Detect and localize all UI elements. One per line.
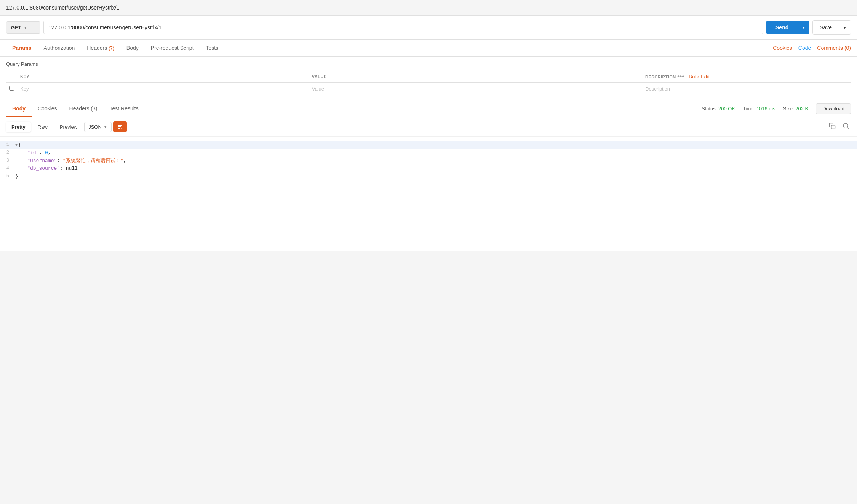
code-line-4: 4 "db_source": null <box>0 165 857 173</box>
status-value: 200 OK <box>718 106 735 112</box>
url-input[interactable] <box>43 21 763 34</box>
dots-menu-icon[interactable]: ••• <box>677 73 684 80</box>
line-content-5: } <box>15 173 857 181</box>
query-params-title: Query Params <box>6 61 851 67</box>
request-tabs-right: Cookies Code Comments (0) <box>773 45 851 51</box>
tab-prerequest[interactable]: Pre-request Script <box>145 40 200 56</box>
status-label: Status: 200 OK <box>702 106 735 112</box>
size-label: Size: 202 B <box>783 106 809 112</box>
description-cell[interactable]: Description <box>642 83 851 95</box>
value-cell[interactable]: Value <box>309 83 642 95</box>
th-checkbox <box>6 71 17 83</box>
line-content-1: ▼{ <box>15 141 857 149</box>
save-dropdown-button[interactable]: ▼ <box>839 21 851 34</box>
send-button[interactable]: Send <box>766 21 798 34</box>
line-content-3: "username": "系统繁忙，请稍后再试！", <box>15 157 857 165</box>
time-value: 1016 ms <box>756 106 775 112</box>
format-bar-left: Pretty Raw Preview JSON ▼ <box>6 121 127 132</box>
line-content-2: "id": 0, <box>15 149 857 157</box>
send-button-group: Send ▼ <box>766 21 809 34</box>
line-num-3: 3 <box>0 157 15 165</box>
format-bar-right <box>827 121 851 132</box>
request-tabs-left: Params Authorization Headers (7) Body Pr… <box>6 40 224 56</box>
search-button[interactable] <box>841 121 851 132</box>
wrap-icon <box>117 124 123 130</box>
code-line-3: 3 "username": "系统繁忙，请稍后再试！", <box>0 157 857 165</box>
request-tabs-bar: Params Authorization Headers (7) Body Pr… <box>0 40 857 57</box>
line-num-4: 4 <box>0 165 15 173</box>
response-meta: Status: 200 OK Time: 1016 ms Size: 202 B… <box>702 103 851 114</box>
method-chevron-icon: ▼ <box>24 26 27 30</box>
params-placeholder-row: Key Value Description <box>6 83 851 95</box>
pretty-button[interactable]: Pretty <box>6 122 31 132</box>
th-description: DESCRIPTION ••• Bulk Edit <box>642 71 851 83</box>
method-label: GET <box>11 25 21 30</box>
save-button-group: Save ▼ <box>812 20 851 35</box>
th-key: KEY <box>17 71 309 83</box>
line-num-2: 2 <box>0 149 15 157</box>
format-label: JSON <box>88 124 102 130</box>
search-icon <box>843 123 849 129</box>
size-value: 202 B <box>795 106 808 112</box>
response-tab-headers[interactable]: Headers (3) <box>63 100 104 117</box>
row-checkbox[interactable] <box>9 86 14 91</box>
svg-point-1 <box>843 123 848 128</box>
send-dropdown-button[interactable]: ▼ <box>798 21 809 34</box>
title-bar: 127.0.0.1:8080/consumer/user/getUserHyst… <box>0 0 857 16</box>
response-tabs-left: Body Cookies Headers (3) Test Results <box>6 100 145 117</box>
time-label: Time: 1016 ms <box>743 106 775 112</box>
row-checkbox-cell <box>6 83 17 95</box>
copy-icon <box>829 123 836 129</box>
tab-headers[interactable]: Headers (7) <box>81 40 120 56</box>
comments-link[interactable]: Comments (0) <box>817 45 851 51</box>
response-tab-body[interactable]: Body <box>6 100 32 117</box>
tab-authorization[interactable]: Authorization <box>38 40 81 56</box>
code-line-1: 1 ▼{ <box>0 141 857 149</box>
svg-line-2 <box>847 127 848 128</box>
response-tab-cookies[interactable]: Cookies <box>32 100 63 117</box>
line-content-4: "db_source": null <box>15 165 857 173</box>
response-tabs-bar: Body Cookies Headers (3) Test Results St… <box>0 100 857 117</box>
headers-badge: (7) <box>109 46 114 51</box>
raw-button[interactable]: Raw <box>32 122 53 132</box>
download-button[interactable]: Download <box>816 103 851 114</box>
wrap-button[interactable] <box>113 121 127 132</box>
code-link[interactable]: Code <box>798 45 811 51</box>
code-line-5: 5 } <box>0 173 857 181</box>
page-title: 127.0.0.1:8080/consumer/user/getUserHyst… <box>6 5 119 11</box>
format-select[interactable]: JSON ▼ <box>84 122 112 132</box>
params-table: KEY VALUE DESCRIPTION ••• Bulk Edit Key … <box>6 71 851 95</box>
svg-rect-0 <box>831 125 835 129</box>
line-num-1: 1 <box>0 141 15 149</box>
tab-body[interactable]: Body <box>120 40 145 56</box>
bulk-edit-button[interactable]: Bulk Edit <box>689 74 710 80</box>
th-value: VALUE <box>309 71 642 83</box>
request-bar: GET ▼ Send ▼ Save ▼ <box>0 16 857 40</box>
copy-button[interactable] <box>827 121 837 132</box>
preview-button[interactable]: Preview <box>54 122 83 132</box>
format-chevron-icon: ▼ <box>104 125 107 129</box>
key-cell[interactable]: Key <box>17 83 309 95</box>
response-tab-testresults[interactable]: Test Results <box>104 100 145 117</box>
collapse-icon[interactable]: ▼ <box>15 143 18 147</box>
code-line-2: 2 "id": 0, <box>0 149 857 157</box>
method-select[interactable]: GET ▼ <box>6 21 40 34</box>
query-params-section: Query Params KEY VALUE DESCRIPTION ••• B… <box>0 57 857 100</box>
tab-params[interactable]: Params <box>6 40 38 56</box>
response-section: Body Cookies Headers (3) Test Results St… <box>0 100 857 251</box>
line-num-5: 5 <box>0 173 15 181</box>
cookies-link[interactable]: Cookies <box>773 45 792 51</box>
format-bar: Pretty Raw Preview JSON ▼ <box>0 117 857 137</box>
tab-tests[interactable]: Tests <box>200 40 225 56</box>
code-area: 1 ▼{ 2 "id": 0, 3 "username": "系统繁忙，请稍后再… <box>0 137 857 251</box>
save-button[interactable]: Save <box>813 21 839 34</box>
